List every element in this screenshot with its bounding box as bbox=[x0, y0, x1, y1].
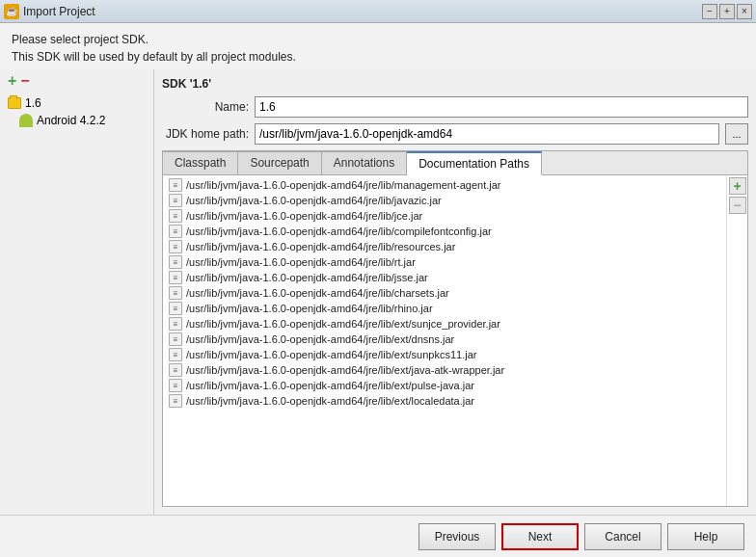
sdk-item-android[interactable]: Android 4.2.2 bbox=[4, 112, 149, 129]
list-item: ≡/usr/lib/jvm/java-1.6.0-openjdk-amd64/j… bbox=[163, 254, 726, 270]
tab-classpath[interactable]: Classpath bbox=[163, 151, 238, 174]
list-item: ≡/usr/lib/jvm/java-1.6.0-openjdk-amd64/j… bbox=[163, 224, 726, 239]
classpath-path: /usr/lib/jvm/java-1.6.0-openjdk-amd64/jr… bbox=[186, 395, 474, 407]
add-sdk-button[interactable]: + bbox=[8, 73, 16, 89]
classpath-path: /usr/lib/jvm/java-1.6.0-openjdk-amd64/jr… bbox=[186, 349, 476, 360]
classpath-path: /usr/lib/jvm/java-1.6.0-openjdk-amd64/jr… bbox=[186, 272, 428, 283]
jar-icon: ≡ bbox=[169, 317, 182, 331]
sdk-item-label: 1.6 bbox=[25, 96, 41, 110]
list-item: ≡/usr/lib/jvm/java-1.6.0-openjdk-amd64/j… bbox=[163, 316, 726, 332]
jar-icon: ≡ bbox=[169, 225, 182, 238]
classpath-path: /usr/lib/jvm/java-1.6.0-openjdk-amd64/jr… bbox=[186, 318, 500, 330]
name-field-row: Name: bbox=[162, 96, 748, 118]
jdk-path-label: JDK home path: bbox=[162, 127, 249, 141]
jar-icon: ≡ bbox=[169, 302, 182, 315]
list-item: ≡/usr/lib/jvm/java-1.6.0-openjdk-amd64/j… bbox=[163, 239, 726, 254]
list-item: ≡/usr/lib/jvm/java-1.6.0-openjdk-amd64/j… bbox=[163, 393, 726, 409]
classpath-path: /usr/lib/jvm/java-1.6.0-openjdk-amd64/jr… bbox=[186, 210, 422, 222]
help-button[interactable]: Help bbox=[667, 523, 744, 550]
sdk-item-1.6[interactable]: 1.6 bbox=[4, 94, 149, 112]
title-bar-left: ☕ Import Project bbox=[4, 4, 95, 19]
window-title: Import Project bbox=[23, 5, 95, 18]
classpath-path: /usr/lib/jvm/java-1.6.0-openjdk-amd64/jr… bbox=[186, 380, 474, 391]
list-item: ≡/usr/lib/jvm/java-1.6.0-openjdk-amd64/j… bbox=[163, 378, 726, 393]
jar-icon: ≡ bbox=[169, 240, 182, 253]
classpath-path: /usr/lib/jvm/java-1.6.0-openjdk-amd64/jr… bbox=[186, 241, 455, 252]
jar-icon: ≡ bbox=[169, 271, 182, 284]
app-icon: ☕ bbox=[4, 4, 19, 19]
main-content: + − 1.6 Android 4.2.2 SDK '1.6' Name: bbox=[0, 69, 756, 515]
maximize-button[interactable]: + bbox=[719, 4, 735, 19]
jar-icon: ≡ bbox=[169, 286, 182, 300]
classpath-path: /usr/lib/jvm/java-1.6.0-openjdk-amd64/jr… bbox=[186, 256, 416, 268]
list-item: ≡/usr/lib/jvm/java-1.6.0-openjdk-amd64/j… bbox=[163, 285, 726, 301]
remove-sdk-button[interactable]: − bbox=[20, 73, 29, 89]
classpath-path: /usr/lib/jvm/java-1.6.0-openjdk-amd64/jr… bbox=[186, 364, 504, 376]
jar-icon: ≡ bbox=[169, 394, 182, 408]
classpath-path: /usr/lib/jvm/java-1.6.0-openjdk-amd64/jr… bbox=[186, 333, 454, 345]
sdk-header: SDK '1.6' bbox=[162, 77, 748, 91]
tab-content: ≡/usr/lib/jvm/java-1.6.0-openjdk-amd64/j… bbox=[163, 175, 747, 506]
jar-icon: ≡ bbox=[169, 379, 182, 392]
browse-button[interactable]: ... bbox=[725, 123, 748, 145]
list-item: ≡/usr/lib/jvm/java-1.6.0-openjdk-amd64/j… bbox=[163, 208, 726, 224]
remove-path-button[interactable]: − bbox=[729, 197, 746, 214]
description-line1: Please select project SDK. bbox=[12, 31, 744, 48]
jdk-path-field-row: JDK home path: ... bbox=[162, 123, 748, 145]
left-toolbar: + − bbox=[0, 69, 153, 93]
classpath-list: ≡/usr/lib/jvm/java-1.6.0-openjdk-amd64/j… bbox=[163, 175, 726, 506]
next-button[interactable]: Next bbox=[501, 523, 579, 550]
name-label: Name: bbox=[162, 100, 249, 114]
main-window: ☕ Import Project − + × Please select pro… bbox=[0, 0, 756, 557]
jar-icon: ≡ bbox=[169, 178, 182, 192]
add-path-button[interactable]: + bbox=[729, 177, 746, 195]
name-input[interactable] bbox=[255, 96, 748, 118]
jar-icon: ≡ bbox=[169, 255, 182, 269]
jar-icon: ≡ bbox=[169, 348, 182, 361]
classpath-path: /usr/lib/jvm/java-1.6.0-openjdk-amd64/jr… bbox=[186, 225, 492, 237]
classpath-path: /usr/lib/jvm/java-1.6.0-openjdk-amd64/jr… bbox=[186, 195, 442, 206]
window-controls: − + × bbox=[702, 4, 752, 19]
list-item: ≡/usr/lib/jvm/java-1.6.0-openjdk-amd64/j… bbox=[163, 193, 726, 208]
list-item: ≡/usr/lib/jvm/java-1.6.0-openjdk-amd64/j… bbox=[163, 301, 726, 316]
classpath-path: /usr/lib/jvm/java-1.6.0-openjdk-amd64/jr… bbox=[186, 303, 433, 314]
list-toolbar: + − bbox=[726, 175, 747, 506]
left-panel: + − 1.6 Android 4.2.2 bbox=[0, 69, 154, 515]
close-button[interactable]: × bbox=[737, 4, 752, 19]
cancel-button[interactable]: Cancel bbox=[584, 523, 662, 550]
tabs-container: Classpath Sourcepath Annotations Documen… bbox=[162, 150, 748, 507]
jar-icon: ≡ bbox=[169, 209, 182, 223]
description-line2: This SDK will be used by default by all … bbox=[12, 48, 744, 66]
title-bar: ☕ Import Project − + × bbox=[0, 0, 756, 23]
list-item: ≡/usr/lib/jvm/java-1.6.0-openjdk-amd64/j… bbox=[163, 177, 726, 193]
list-item: ≡/usr/lib/jvm/java-1.6.0-openjdk-amd64/j… bbox=[163, 270, 726, 285]
tab-bar: Classpath Sourcepath Annotations Documen… bbox=[163, 151, 747, 175]
android-icon bbox=[19, 114, 33, 127]
android-item-label: Android 4.2.2 bbox=[37, 114, 105, 127]
classpath-path: /usr/lib/jvm/java-1.6.0-openjdk-amd64/jr… bbox=[186, 179, 501, 191]
classpath-path: /usr/lib/jvm/java-1.6.0-openjdk-amd64/jr… bbox=[186, 287, 449, 299]
tab-annotations[interactable]: Annotations bbox=[322, 151, 407, 174]
previous-button[interactable]: Previous bbox=[418, 523, 496, 550]
jdk-path-input[interactable] bbox=[255, 123, 719, 145]
minimize-button[interactable]: − bbox=[702, 4, 717, 19]
tab-sourcepath[interactable]: Sourcepath bbox=[238, 151, 321, 174]
folder-icon bbox=[8, 97, 21, 109]
list-item: ≡/usr/lib/jvm/java-1.6.0-openjdk-amd64/j… bbox=[163, 347, 726, 362]
tab-documentation-paths[interactable]: Documentation Paths bbox=[407, 151, 542, 175]
list-item: ≡/usr/lib/jvm/java-1.6.0-openjdk-amd64/j… bbox=[163, 332, 726, 347]
sdk-tree: 1.6 Android 4.2.2 bbox=[0, 93, 153, 515]
jar-icon: ≡ bbox=[169, 363, 182, 377]
jar-icon: ≡ bbox=[169, 194, 182, 207]
footer: Previous Next Cancel Help bbox=[0, 515, 756, 557]
jar-icon: ≡ bbox=[169, 332, 182, 346]
list-item: ≡/usr/lib/jvm/java-1.6.0-openjdk-amd64/j… bbox=[163, 362, 726, 378]
right-panel: SDK '1.6' Name: JDK home path: ... Class… bbox=[154, 69, 756, 515]
description-header: Please select project SDK. This SDK will… bbox=[0, 23, 756, 69]
